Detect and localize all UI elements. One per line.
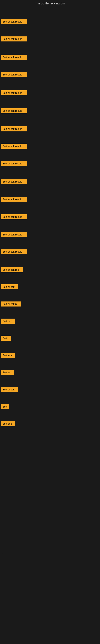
bottleneck-result-badge[interactable]: Bottlene [1, 421, 15, 426]
bottleneck-row-11[interactable]: Bottleneck result [0, 197, 100, 202]
bottleneck-row-14[interactable]: Bottleneck result [0, 249, 100, 254]
bottleneck-row-18[interactable]: Bottlene [0, 318, 100, 324]
bottleneck-row-1[interactable]: Bottleneck result [0, 19, 100, 24]
bottleneck-result-badge[interactable]: Bottleneck result [1, 36, 27, 42]
bottleneck-row-12[interactable]: Bottleneck result [0, 214, 100, 219]
bottleneck-result-badge[interactable]: Bottleneck result [1, 108, 27, 113]
ellipsis-marker: ... [1, 551, 3, 554]
bottleneck-row-21[interactable]: Bottlen [0, 370, 100, 375]
bottleneck-result-badge[interactable]: Bottleneck result [1, 90, 27, 96]
bottleneck-result-badge[interactable]: Bottleneck [1, 284, 18, 290]
bottleneck-row-17[interactable]: Bottleneck re [0, 302, 100, 306]
bottleneck-result-badge[interactable]: Bott [1, 404, 9, 409]
bottleneck-result-badge[interactable]: Bottlen [1, 370, 14, 375]
bottleneck-result-badge[interactable]: Bottleneck result [1, 214, 27, 219]
bottleneck-result-badge[interactable]: Bottleneck result [1, 197, 27, 202]
bottleneck-result-badge[interactable]: Bottlene [1, 353, 15, 358]
bottleneck-row-6[interactable]: Bottleneck result [0, 108, 100, 113]
bottleneck-row-22[interactable]: Bottleneck [0, 387, 100, 392]
bottleneck-row-3[interactable]: Bottleneck result [0, 55, 100, 60]
bottleneck-result-badge[interactable]: Bottleneck result [1, 144, 27, 149]
bottleneck-row-10[interactable]: Bottleneck result [0, 179, 100, 184]
bottleneck-result-badge[interactable]: Bottleneck result [1, 72, 27, 77]
bottleneck-row-13[interactable]: Bottleneck result [0, 232, 100, 237]
bottleneck-result-badge[interactable]: Bottleneck result [1, 19, 27, 24]
bottleneck-result-badge[interactable]: Bottleneck re [1, 302, 21, 306]
bottleneck-row-4[interactable]: Bottleneck result [0, 72, 100, 77]
bottleneck-result-badge[interactable]: Bottlene [1, 318, 15, 324]
site-title-bar: TheBottlenecker.com [0, 0, 100, 8]
bottleneck-row-5[interactable]: Bottleneck result [0, 90, 100, 96]
bottleneck-result-badge[interactable]: Bottl [1, 336, 11, 341]
bottleneck-row-9[interactable]: Bottleneck result [0, 161, 100, 166]
bottleneck-result-badge[interactable]: Bottleneck result [1, 179, 27, 184]
bottleneck-row-24[interactable]: Bottlene [0, 421, 100, 426]
bottleneck-result-badge[interactable]: Bottleneck result [1, 249, 27, 254]
bottleneck-result-badge[interactable]: Bottleneck result [1, 232, 27, 237]
bottleneck-row-16[interactable]: Bottleneck [0, 284, 100, 290]
bottleneck-row-2[interactable]: Bottleneck result [0, 36, 100, 42]
bottleneck-row-19[interactable]: Bottl [0, 336, 100, 341]
bottleneck-row-8[interactable]: Bottleneck result [0, 144, 100, 149]
bottleneck-result-badge[interactable]: Bottleneck result [1, 161, 27, 166]
bottleneck-result-badge[interactable]: Bottleneck res [1, 267, 23, 272]
bottleneck-row-23[interactable]: Bott [0, 404, 100, 409]
bottleneck-row-15[interactable]: Bottleneck res [0, 267, 100, 272]
site-title: TheBottlenecker.com [35, 2, 65, 5]
bottleneck-result-badge[interactable]: Bottleneck result [1, 55, 27, 60]
bottleneck-row-7[interactable]: Bottleneck result [0, 126, 100, 132]
bottleneck-result-badge[interactable]: Bottleneck [1, 387, 18, 392]
bottleneck-row-20[interactable]: Bottlene [0, 353, 100, 358]
bottleneck-result-badge[interactable]: Bottleneck result [1, 126, 27, 132]
